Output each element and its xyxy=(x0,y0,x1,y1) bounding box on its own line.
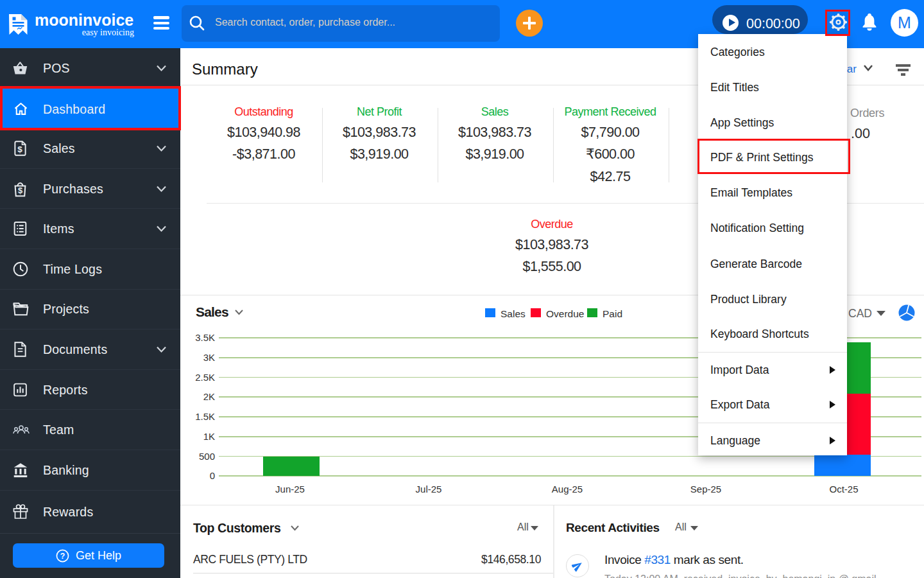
svg-text:$: $ xyxy=(18,186,22,195)
svg-text:?: ? xyxy=(60,551,65,560)
svg-text:$: $ xyxy=(17,144,22,154)
